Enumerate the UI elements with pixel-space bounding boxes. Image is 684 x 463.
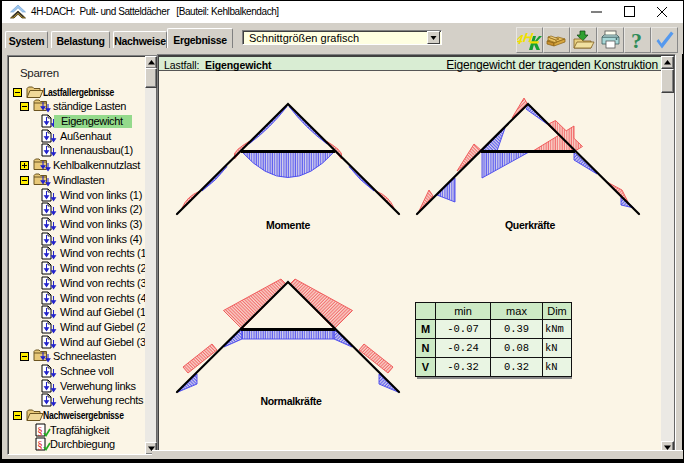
- svg-text:?: ?: [631, 28, 642, 52]
- svg-text:Querkräfte: Querkräfte: [505, 219, 556, 231]
- svg-text:Normalkräfte: Normalkräfte: [260, 395, 322, 407]
- svg-text:Momente: Momente: [266, 219, 310, 231]
- svg-text:§: §: [37, 424, 43, 436]
- svg-text:§: §: [37, 438, 43, 450]
